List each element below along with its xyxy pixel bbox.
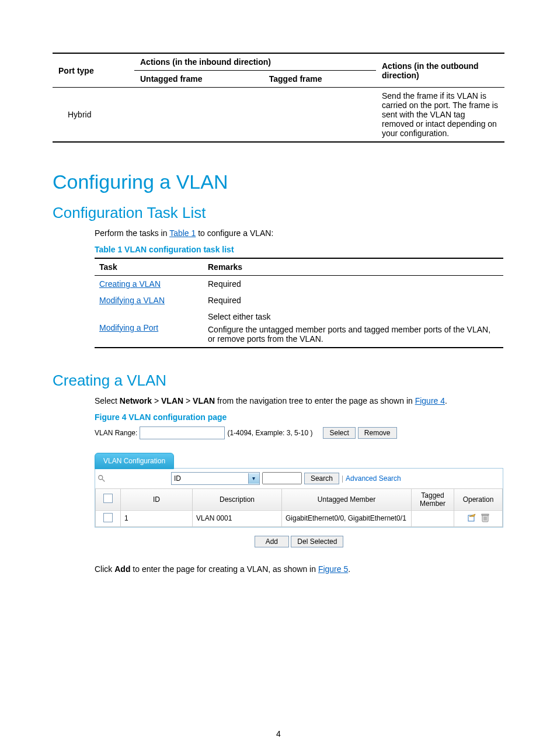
th-remarks: Remarks — [203, 258, 503, 276]
task-intro-pre: Perform the tasks in — [95, 228, 169, 238]
th-port-type: Port type — [53, 53, 134, 88]
search-text-input[interactable] — [262, 472, 302, 484]
search-field-value: ID — [172, 474, 248, 483]
grid-h-op: Operation — [454, 488, 503, 510]
del-selected-button[interactable]: Del Selected — [291, 536, 343, 547]
closing-mid: to enter the page for creating a VLAN, a… — [130, 564, 318, 574]
table-row: 1 VLAN 0001 GigabitEthernet0/0, GigabitE… — [96, 510, 503, 526]
link-table1[interactable]: Table 1 — [169, 228, 196, 238]
search-icon — [98, 474, 106, 483]
creating-end: . — [445, 396, 447, 405]
th-tagged-frame: Tagged frame — [263, 71, 376, 88]
table1-caption: Table 1 VLAN configuration task list — [95, 245, 504, 254]
advanced-search-link[interactable]: Advanced Search — [346, 474, 401, 483]
heading-configuring-vlan: Configuring a VLAN — [53, 171, 504, 193]
chevron-down-icon: ▾ — [248, 473, 259, 484]
tab-vlan-configuration[interactable]: VLAN Configuration — [95, 453, 174, 469]
vlan-grid: ID Description Untagged Member Tagged Me… — [95, 488, 503, 527]
remarks-row3a: Select either task — [208, 312, 499, 321]
th-untagged-frame: Untagged frame — [134, 71, 263, 88]
link-figure4[interactable]: Figure 4 — [415, 396, 445, 405]
creating-pre: Select — [95, 396, 120, 405]
vlan-range-input[interactable] — [140, 426, 225, 439]
cell-inbound-tagged — [263, 88, 376, 143]
cell-port-type: Hybrid — [53, 88, 134, 143]
task-intro-post: to configure a VLAN: — [196, 228, 273, 238]
remarks-row1: Required — [203, 275, 503, 292]
creating-b3: VLAN — [193, 396, 215, 405]
link-modifying-vlan[interactable]: Modifying a VLAN — [99, 296, 165, 305]
creating-b2: VLAN — [161, 396, 183, 405]
heading-config-task-list: Configuration Task List — [53, 204, 504, 222]
cell-id: 1 — [121, 510, 193, 526]
remove-button[interactable]: Remove — [358, 427, 397, 439]
cell-inbound-untagged — [134, 88, 263, 143]
creating-sep2: > — [183, 396, 193, 405]
creating-mid: from the navigation tree to enter the pa… — [215, 396, 415, 405]
link-creating-vlan[interactable]: Creating a VLAN — [99, 279, 161, 289]
figure4-caption: Figure 4 VLAN configuration page — [95, 412, 504, 422]
creating-sep1: > — [152, 396, 161, 405]
search-field-select[interactable]: ID ▾ — [171, 472, 260, 485]
remarks-row3b: Configure the untagged member ports and … — [208, 325, 499, 344]
creating-para: Select Network > VLAN > VLAN from the na… — [95, 396, 504, 407]
th-outbound: Actions (in the outbound direction) — [376, 53, 504, 88]
cell-outbound: Send the frame if its VLAN is carried on… — [376, 88, 504, 143]
search-button[interactable]: Search — [304, 473, 339, 484]
remarks-row3: Select either task Configure the untagge… — [203, 308, 503, 348]
vlan-widget: VLAN Range: (1-4094, Example: 3, 5-10 ) … — [95, 426, 503, 547]
svg-point-0 — [99, 476, 103, 480]
page-number: 4 — [0, 729, 557, 738]
vlan-range-hint: (1-4094, Example: 3, 5-10 ) — [227, 429, 312, 437]
vlan-range-label: VLAN Range: — [95, 429, 137, 437]
closing-end: . — [348, 564, 350, 574]
link-figure5[interactable]: Figure 5 — [318, 564, 348, 574]
grid-h-desc: Description — [193, 488, 282, 510]
grid-h-untagged: Untagged Member — [282, 488, 412, 510]
remarks-row2: Required — [203, 292, 503, 308]
row-checkbox[interactable] — [103, 513, 113, 522]
add-button[interactable]: Add — [255, 536, 289, 547]
closing-pre: Click — [95, 564, 114, 574]
th-inbound: Actions (in the inbound direction) — [134, 53, 376, 71]
cell-tagged — [412, 510, 454, 526]
edit-icon[interactable] — [467, 513, 476, 524]
select-button[interactable]: Select — [323, 427, 355, 439]
task-intro: Perform the tasks in Table 1 to configur… — [95, 228, 504, 239]
th-task: Task — [95, 258, 203, 276]
cell-desc: VLAN 0001 — [193, 510, 282, 526]
svg-rect-4 — [482, 514, 489, 515]
closing-para: Click Add to enter the page for creating… — [95, 564, 504, 575]
select-all-checkbox[interactable] — [103, 494, 113, 503]
grid-h-id: ID — [121, 488, 193, 510]
link-modifying-port[interactable]: Modifying a Port — [99, 323, 158, 332]
heading-creating-vlan: Creating a VLAN — [53, 372, 504, 390]
port-type-table: Port type Actions (in the inbound direct… — [53, 53, 504, 143]
creating-b1: Network — [120, 396, 152, 405]
tab-spacer — [174, 452, 503, 469]
closing-b: Add — [114, 564, 130, 574]
svg-line-1 — [102, 479, 105, 481]
delete-icon[interactable] — [481, 513, 489, 524]
cell-untagged: GigabitEthernet0/0, GigabitEthernet0/1 — [282, 510, 412, 526]
grid-h-tagged: Tagged Member — [412, 488, 454, 510]
task-table: Task Remarks Creating a VLAN Required Mo… — [95, 258, 503, 348]
